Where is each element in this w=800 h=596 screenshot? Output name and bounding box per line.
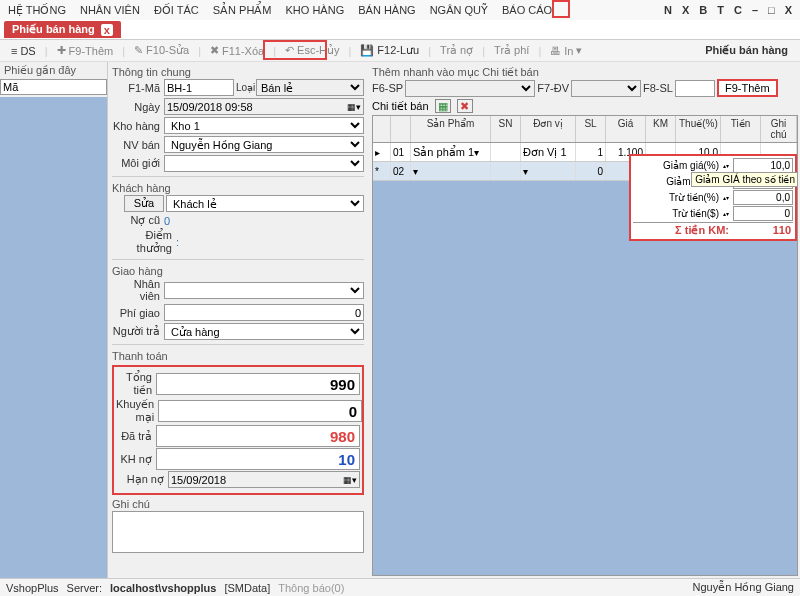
- select-type[interactable]: Bán lẻ: [256, 79, 364, 96]
- select-broker[interactable]: [164, 155, 364, 172]
- discount-panel: Giảm giá(%)▴▾ Giảm giá($)▴▾ Trừ tiền(%)▴…: [629, 154, 797, 241]
- input-discount-pct[interactable]: [733, 158, 793, 173]
- toolbar-esc-cancel[interactable]: ↶ Esc-Hủy: [278, 42, 346, 59]
- mini-t-button[interactable]: T: [717, 4, 724, 16]
- col-qty[interactable]: SL: [576, 116, 606, 142]
- toolbar-f12-save[interactable]: 💾 F12-Lưu: [353, 42, 426, 59]
- select-customer[interactable]: Khách lẻ: [166, 195, 364, 212]
- textarea-note[interactable]: [112, 511, 364, 553]
- mini-x-button[interactable]: X: [682, 4, 689, 16]
- excel-icon[interactable]: ▦: [435, 99, 451, 113]
- toolbar-traphi[interactable]: Trả phí: [487, 42, 536, 59]
- select-salesperson[interactable]: Nguyễn Hồng Giang: [164, 136, 364, 153]
- input-total[interactable]: [156, 373, 360, 395]
- tab-close-icon[interactable]: x: [101, 24, 113, 36]
- menu-partner[interactable]: ĐỐI TÁC: [154, 4, 199, 17]
- toolbar-ds[interactable]: ≡ DS: [4, 43, 43, 59]
- label-payer: Người trả: [112, 325, 164, 338]
- section-delivery: Giao hàng: [112, 265, 364, 277]
- input-date[interactable]: 15/09/2018 09:58▦▾: [164, 98, 364, 115]
- col-km[interactable]: KM: [646, 116, 676, 142]
- status-db: [SMData]: [224, 582, 270, 594]
- window-minimize[interactable]: –: [752, 4, 758, 16]
- window-close[interactable]: X: [785, 4, 792, 16]
- input-deduct-amt[interactable]: [733, 206, 793, 221]
- points-link[interactable]: :: [176, 236, 179, 248]
- edit-customer-button[interactable]: Sửa: [124, 195, 164, 212]
- recent-search-input[interactable]: [0, 79, 107, 95]
- status-bar: VshopPlus Server: localhost\vshopplus [S…: [0, 578, 800, 596]
- mini-n-button[interactable]: N: [664, 4, 672, 16]
- toolbar: ≡ DS | ✚ F9-Thêm | ✎ F10-Sửa | ✖ F11-Xóa…: [0, 40, 800, 62]
- toolbar-f11-delete[interactable]: ✖ F11-Xóa: [203, 42, 271, 59]
- label-f1ma: F1-Mã: [112, 82, 164, 94]
- label-cust-debt: KH nợ: [116, 453, 156, 466]
- menu-report[interactable]: BÁO CÁO: [502, 4, 552, 16]
- delete-row-icon[interactable]: ✖: [457, 99, 473, 113]
- status-notifications[interactable]: Thông báo(0): [278, 582, 344, 594]
- menu-fund[interactable]: NGÂN QUỸ: [430, 4, 488, 17]
- calendar-icon[interactable]: ▦▾: [343, 475, 357, 485]
- input-delivery-fee[interactable]: [164, 304, 364, 321]
- input-deduct-pct[interactable]: [733, 190, 793, 205]
- label-loai: Loại: [234, 82, 256, 93]
- menu-product[interactable]: SẢN PHẨM: [213, 4, 272, 17]
- recent-title: Phiếu gần đây: [0, 62, 107, 79]
- spinner-icon[interactable]: ▴▾: [723, 195, 733, 201]
- select-f6sp[interactable]: [405, 80, 535, 97]
- window-maximize[interactable]: □: [768, 4, 775, 16]
- col-note[interactable]: Ghi chú: [761, 116, 797, 142]
- detail-grid[interactable]: Sản Phẩm SN Đơn vị SL Giá KM Thuế(%) Tiề…: [372, 115, 798, 576]
- main-menu: HỆ THỐNG NHÂN VIÊN ĐỐI TÁC SẢN PHẨM KHO …: [0, 0, 800, 20]
- label-f7dv: F7-ĐV: [537, 82, 569, 94]
- km-sum-value: 110: [733, 224, 793, 237]
- old-debt-link[interactable]: 0: [164, 215, 170, 227]
- quickadd-title: Thêm nhanh vào mục Chi tiết bán: [372, 66, 798, 79]
- col-amount[interactable]: Tiền: [721, 116, 761, 142]
- col-sn[interactable]: SN: [491, 116, 521, 142]
- col-product[interactable]: Sản Phẩm: [411, 116, 491, 142]
- input-paid[interactable]: [156, 425, 360, 447]
- toolbar-f9-add[interactable]: ✚ F9-Thêm: [50, 42, 121, 59]
- spinner-icon[interactable]: ▴▾: [723, 163, 733, 169]
- label-paid: Đã trả: [116, 430, 156, 443]
- label-discount: Khuyến mại: [116, 398, 158, 424]
- tooltip: Giảm GIÁ theo số tiền: [691, 172, 798, 187]
- toolbar-trano[interactable]: Trả nợ: [433, 42, 480, 59]
- input-f8sl[interactable]: [675, 80, 715, 97]
- input-cust-debt[interactable]: [156, 448, 360, 470]
- mini-b-button[interactable]: B: [699, 4, 707, 16]
- detail-panel: Thêm nhanh vào mục Chi tiết bán F6-SP F7…: [368, 62, 800, 578]
- input-discount[interactable]: [158, 400, 362, 422]
- payment-box: Tổng tiền Khuyến mại Đã trả KH nợ Hạn nợ…: [112, 365, 364, 495]
- menu-system[interactable]: HỆ THỐNG: [8, 4, 66, 17]
- recent-panel: Phiếu gần đây: [0, 62, 108, 578]
- section-general: Thông tin chung: [112, 66, 364, 78]
- mini-c-button[interactable]: C: [734, 4, 742, 16]
- recent-list[interactable]: [0, 97, 107, 578]
- calendar-icon[interactable]: ▦▾: [347, 102, 361, 112]
- select-f7dv[interactable]: [571, 80, 641, 97]
- col-price[interactable]: Giá: [606, 116, 646, 142]
- input-code[interactable]: [164, 79, 234, 96]
- menu-staff[interactable]: NHÂN VIÊN: [80, 4, 140, 16]
- select-payer[interactable]: Cửa hàng: [164, 323, 364, 340]
- menu-sales[interactable]: BÁN HÀNG: [358, 4, 415, 16]
- label-salesperson: NV bán: [112, 139, 164, 151]
- label-km-sum: Σ tiền KM:: [633, 224, 733, 237]
- spinner-icon[interactable]: ▴▾: [723, 211, 733, 217]
- toolbar-title: Phiếu bán hàng: [705, 44, 796, 57]
- menu-warehouse[interactable]: KHO HÀNG: [286, 4, 345, 16]
- col-unit[interactable]: Đơn vị: [521, 116, 576, 142]
- f9-add-button[interactable]: F9-Thêm: [717, 79, 778, 97]
- status-server-label: Server:: [67, 582, 102, 594]
- toolbar-print[interactable]: 🖶 In ▾: [543, 42, 589, 59]
- select-warehouse[interactable]: Kho 1: [164, 117, 364, 134]
- section-payment: Thanh toán: [112, 350, 364, 362]
- input-debt-due[interactable]: 15/09/2018▦▾: [168, 471, 360, 488]
- toolbar-f10-edit[interactable]: ✎ F10-Sửa: [127, 42, 196, 59]
- col-tax[interactable]: Thuế(%): [676, 116, 721, 142]
- tab-sales-receipt[interactable]: Phiếu bán hàng x: [4, 21, 121, 38]
- select-delivery-staff[interactable]: [164, 282, 364, 299]
- tab-strip: Phiếu bán hàng x: [0, 20, 800, 40]
